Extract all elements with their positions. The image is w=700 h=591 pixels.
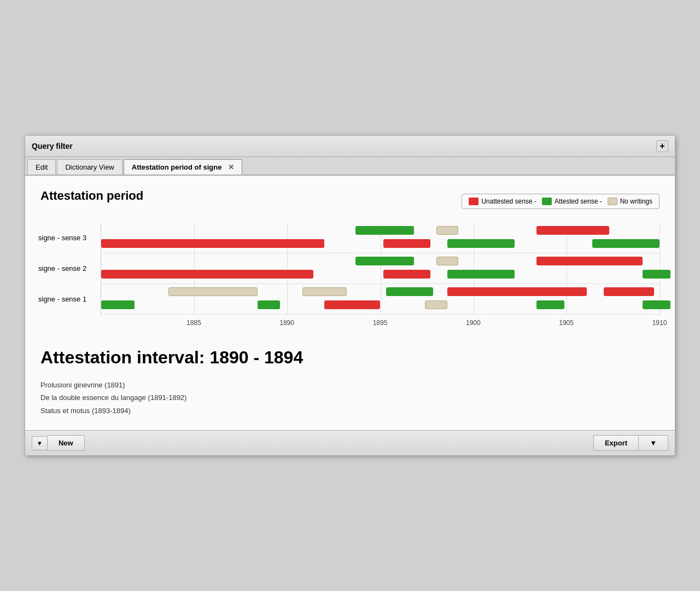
bar-s1-beige-2 — [302, 287, 347, 296]
bar-s2-beige-1 — [436, 257, 459, 265]
tab-bar: Edit Dictionary View Attestation period … — [25, 157, 675, 176]
bar-s3-red-top — [536, 226, 609, 235]
bar-s3-green-3 — [592, 239, 660, 248]
tab-edit[interactable]: Edit — [27, 159, 56, 175]
attestation-interval-title: Attestation interval: 1890 - 1894 — [40, 347, 660, 368]
legend-attested-label: Attested sense - — [555, 198, 602, 205]
x-tick-1885: 1885 — [186, 319, 201, 327]
no-writings-color-swatch — [608, 198, 617, 205]
bar-s2-green-1 — [355, 257, 414, 265]
export-arrow-button[interactable]: ▼ — [638, 435, 668, 451]
chart-rows-area: signe - sense 3 signe - sense 2 — [101, 223, 660, 315]
unattested-color-swatch — [469, 198, 479, 205]
close-icon[interactable]: ✕ — [228, 163, 234, 171]
main-window: Query filter + Edit Dictionary View Atte… — [25, 135, 675, 456]
bar-s3-red-2 — [383, 239, 431, 248]
bar-s1-red-1 — [447, 287, 587, 296]
export-button[interactable]: Export — [593, 435, 638, 451]
title-bar: Query filter + — [25, 136, 675, 157]
sense-1-label: signe - sense 1 — [38, 295, 86, 303]
x-axis: 1885 1890 1895 1900 1905 1910 — [101, 315, 660, 331]
bar-s2-green-3 — [643, 270, 670, 279]
footer: ▼ New Export ▼ — [25, 430, 675, 455]
new-button-group: ▼ New — [32, 435, 85, 451]
window-title: Query filter — [32, 142, 73, 150]
x-tick-1910: 1910 — [652, 319, 667, 327]
bar-s1-green-bot-1 — [101, 300, 135, 309]
new-arrow-button[interactable]: ▼ — [32, 436, 48, 450]
bar-s2-red-1 — [101, 270, 313, 279]
row-sense-3: signe - sense 3 — [101, 223, 660, 253]
writing-item-3: Status et motus (1893-1894) — [40, 404, 660, 417]
row-sense-1: signe - sense 1 — [101, 284, 660, 315]
writings-list: Prolusioni ginevrine (1891) De la double… — [40, 379, 660, 417]
tab-attestation-period[interactable]: Attestation period of signe ✕ — [124, 159, 242, 175]
writing-item-2: De la double essence du langage (1891-18… — [40, 391, 660, 404]
legend-no-writings: No writings — [608, 198, 652, 205]
bar-s1-green-1 — [386, 287, 434, 296]
export-button-group: Export ▼ — [593, 435, 668, 451]
x-tick-1895: 1895 — [373, 319, 388, 327]
legend-attested: Attested sense - — [542, 198, 602, 205]
bar-s1-beige-1 — [168, 287, 258, 296]
writing-item-1: Prolusioni ginevrine (1891) — [40, 379, 660, 391]
sense-2-label: signe - sense 2 — [38, 264, 86, 273]
bar-s1-red-2 — [604, 287, 654, 296]
bar-s3-green-2 — [447, 239, 515, 248]
bar-s2-red-top — [536, 257, 643, 265]
bar-s1-green-bot-2 — [258, 300, 280, 309]
bar-s1-red-bot-1 — [324, 300, 380, 309]
x-tick-1900: 1900 — [466, 319, 481, 327]
new-arrow-icon: ▼ — [37, 440, 43, 447]
bar-s1-green-bot-3 — [536, 300, 564, 309]
bar-s3-beige-1 — [436, 226, 459, 235]
bar-s2-green-2 — [447, 270, 515, 279]
legend-unattested: Unattested sense - — [469, 198, 536, 205]
sense-3-label: signe - sense 3 — [38, 234, 86, 242]
bar-s1-beige-bot — [425, 300, 447, 309]
new-button[interactable]: New — [48, 435, 85, 451]
chart-title: Attestation period — [40, 189, 143, 203]
bar-s1-green-bot-4 — [643, 300, 670, 309]
tab-dictionary-view[interactable]: Dictionary View — [57, 159, 122, 175]
chart-legend: Unattested sense - Attested sense - No w… — [462, 194, 660, 209]
export-arrow-icon: ▼ — [650, 439, 657, 447]
legend-no-writings-label: No writings — [620, 198, 652, 205]
bar-s2-red-2 — [383, 270, 431, 279]
chart-header: Attestation period Unattested sense - At… — [40, 189, 660, 214]
add-button[interactable]: + — [656, 140, 668, 152]
legend-unattested-label: Unattested sense - — [481, 198, 536, 205]
x-tick-1890: 1890 — [279, 319, 294, 327]
bar-s3-green-1 — [355, 226, 414, 235]
row-sense-2: signe - sense 2 — [101, 253, 660, 284]
main-content: Attestation period Unattested sense - At… — [25, 176, 675, 430]
attestation-chart: signe - sense 3 signe - sense 2 — [40, 223, 660, 331]
attested-color-swatch — [542, 198, 552, 205]
x-tick-1905: 1905 — [559, 319, 574, 327]
bar-s3-red-1 — [101, 239, 324, 248]
